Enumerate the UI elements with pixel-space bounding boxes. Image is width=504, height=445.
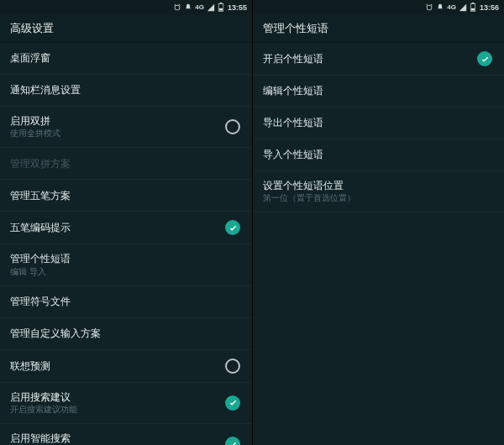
alarm-icon — [173, 3, 181, 12]
svg-rect-4 — [472, 3, 475, 3]
mute-icon — [184, 3, 192, 12]
row-secondary: 开启搜索建议功能 — [10, 405, 77, 415]
settings-row: 管理双拼方案 — [0, 148, 252, 180]
signal-icon — [207, 3, 215, 12]
status-icons-cluster: 4G — [425, 3, 476, 12]
status-time: 13:56 — [480, 3, 499, 12]
settings-row[interactable]: 设置个性短语位置 第一位（置于首选位置） — [253, 171, 504, 212]
svg-rect-5 — [471, 8, 475, 11]
row-primary: 管理五笔方案 — [10, 190, 71, 202]
page-title: 管理个性短语 — [253, 14, 504, 43]
row-primary: 管理自定义输入方案 — [10, 327, 101, 339]
status-icons-cluster: 4G — [173, 3, 224, 12]
settings-row[interactable]: 管理符号文件 — [0, 286, 252, 318]
settings-row[interactable]: 五笔编码提示 — [0, 212, 252, 244]
settings-list-left: 桌面浮窗 通知栏消息设置 启用双拼 使用全拼模式 管理双拼方案 管理五笔方案 — [0, 43, 252, 445]
row-primary: 桌面浮窗 — [10, 52, 50, 64]
row-primary: 设置个性短语位置 — [263, 180, 355, 191]
row-primary: 管理个性短语 — [10, 253, 71, 264]
settings-row[interactable]: 导入个性短语 — [253, 139, 504, 171]
row-primary: 管理符号文件 — [10, 296, 71, 307]
row-primary: 联想预测 — [10, 360, 50, 372]
radio-off-icon[interactable] — [225, 359, 240, 374]
settings-row[interactable]: 启用搜索建议 开启搜索建议功能 — [0, 383, 252, 424]
alarm-icon — [425, 3, 433, 12]
settings-row[interactable]: 编辑个性短语 — [253, 76, 504, 107]
settings-row[interactable]: 导出个性短语 — [253, 107, 504, 139]
screen-left: 4G 13:55 高级设置 桌面浮窗 通知栏消息设置 启用双拼 使用全拼模式 — [0, 0, 252, 445]
status-bar: 4G 13:56 — [253, 0, 504, 14]
signal-icon — [459, 3, 467, 12]
row-primary: 开启个性短语 — [263, 53, 323, 65]
status-time: 13:55 — [228, 3, 247, 12]
row-primary: 管理双拼方案 — [10, 158, 71, 170]
settings-row[interactable]: 管理个性短语 编辑 导入 — [0, 244, 252, 285]
row-primary: 启用双拼 — [10, 115, 60, 127]
radio-off-icon[interactable] — [225, 119, 240, 134]
check-on-icon[interactable] — [225, 395, 240, 411]
settings-row[interactable]: 桌面浮窗 — [0, 43, 252, 75]
row-primary: 编辑个性短语 — [263, 85, 323, 97]
row-primary: 导出个性短语 — [263, 117, 323, 128]
settings-list-right: 开启个性短语 编辑个性短语 导出个性短语 导入个性短语 设置个性短语位置 第一位… — [253, 43, 504, 212]
row-primary: 启用搜索建议 — [10, 391, 77, 403]
network-label: 4G — [195, 3, 204, 11]
settings-row[interactable]: 联想预测 — [0, 350, 252, 383]
battery-icon — [470, 3, 476, 12]
check-on-icon[interactable] — [477, 51, 492, 66]
page-title: 高级设置 — [0, 14, 252, 43]
settings-row[interactable]: 开启个性短语 — [253, 43, 504, 76]
status-bar: 4G 13:55 — [0, 0, 252, 14]
settings-row[interactable]: 管理五笔方案 — [0, 180, 252, 212]
mute-icon — [436, 3, 444, 12]
row-primary: 导入个性短语 — [263, 149, 323, 160]
settings-row[interactable]: 启用智能搜索 开启智能搜索 — [0, 424, 252, 445]
row-secondary: 第一位（置于首选位置） — [263, 193, 355, 203]
svg-rect-1 — [220, 3, 223, 3]
row-primary: 通知栏消息设置 — [10, 84, 81, 96]
settings-row[interactable]: 通知栏消息设置 — [0, 75, 252, 107]
row-secondary: 编辑 导入 — [10, 267, 71, 277]
row-secondary: 使用全拼模式 — [10, 128, 60, 139]
row-primary: 五笔编码提示 — [10, 222, 71, 233]
battery-icon — [218, 3, 224, 12]
settings-row[interactable]: 启用双拼 使用全拼模式 — [0, 107, 252, 148]
svg-rect-2 — [219, 8, 223, 11]
screen-right: 4G 13:56 管理个性短语 开启个性短语 编辑个性短语 导出个性短语 — [252, 0, 504, 445]
check-on-icon[interactable] — [225, 437, 240, 445]
network-label: 4G — [447, 3, 456, 11]
row-primary: 启用智能搜索 — [10, 432, 71, 444]
check-on-icon[interactable] — [225, 220, 240, 235]
settings-row[interactable]: 管理自定义输入方案 — [0, 318, 252, 350]
